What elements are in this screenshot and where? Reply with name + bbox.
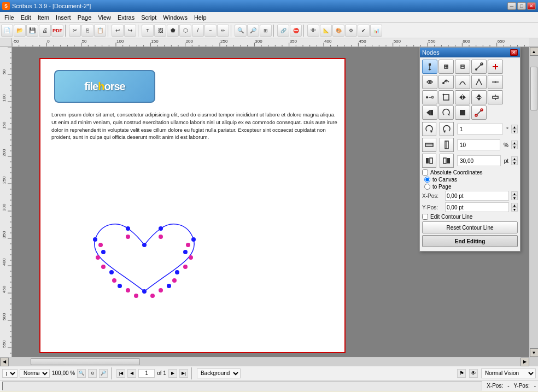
absolute-coords-checkbox[interactable] xyxy=(422,169,428,175)
unit-select[interactable]: pt xyxy=(2,369,17,378)
mirror-h-button[interactable] xyxy=(455,90,470,104)
xpos-field[interactable]: 0,00 pt xyxy=(445,191,509,201)
tb-shape[interactable]: ⬟ xyxy=(167,25,179,37)
scroll-v-thumb[interactable] xyxy=(530,67,537,110)
dist-right-button[interactable] xyxy=(440,154,454,168)
scroll-up-button[interactable]: ▲ xyxy=(530,47,539,56)
xpos-up[interactable]: ▲ xyxy=(511,191,518,196)
tb-zoom-out[interactable]: 🔎 xyxy=(247,25,259,37)
tb-new[interactable]: 📄 xyxy=(1,25,13,37)
ypos-field[interactable]: 0,00 pt xyxy=(445,202,509,212)
asymmetric-node-button[interactable] xyxy=(438,75,454,89)
page-next-btn[interactable]: ▶ xyxy=(168,369,177,378)
tb-save[interactable]: 💾 xyxy=(26,25,38,37)
scale-v-button[interactable] xyxy=(440,138,454,152)
scroll-v-track[interactable] xyxy=(530,56,538,348)
distance-up[interactable]: ▲ xyxy=(511,156,518,161)
scroll-h-thumb[interactable] xyxy=(31,358,140,365)
menu-help[interactable]: Help xyxy=(191,13,210,22)
close-path-button[interactable] xyxy=(438,90,454,104)
tb-link[interactable]: 🔗 xyxy=(277,25,289,37)
tb-zoom-in[interactable]: 🔍 xyxy=(235,25,247,37)
scale-up[interactable]: ▲ xyxy=(511,141,518,145)
curve-node-button[interactable] xyxy=(455,75,470,89)
reset-contour-button[interactable]: Reset Contour Line xyxy=(422,221,518,233)
menu-extras[interactable]: Extras xyxy=(114,13,138,22)
move-node-button[interactable] xyxy=(422,60,437,74)
tb-unlink[interactable]: ⛔ xyxy=(290,25,302,37)
scroll-right-button[interactable]: ▶ xyxy=(521,358,529,366)
extra-button-3[interactable] xyxy=(488,90,503,104)
tb-cut[interactable]: ✂ xyxy=(69,25,81,37)
zoom-out-btn[interactable]: 🔍 xyxy=(77,369,86,378)
tb-eye[interactable]: 👁 xyxy=(307,25,319,37)
tb-paste[interactable]: 📋 xyxy=(94,25,106,37)
extra-button-2[interactable] xyxy=(488,75,503,89)
scroll-down-button[interactable]: ▼ xyxy=(530,348,539,357)
to-start-button[interactable] xyxy=(422,106,437,120)
page-last-btn[interactable]: ▶| xyxy=(179,369,188,378)
symmetric-node-button[interactable] xyxy=(422,75,437,89)
close-button[interactable]: ✕ xyxy=(527,2,536,10)
tb-more2[interactable]: ✔ xyxy=(358,25,370,37)
zoom-orig-btn[interactable]: ⊙ xyxy=(88,369,97,378)
minimize-button[interactable]: ─ xyxy=(507,2,516,10)
menu-insert[interactable]: Insert xyxy=(52,13,74,22)
tb-freehand[interactable]: ✏ xyxy=(217,25,229,37)
tb-bezier[interactable]: ~ xyxy=(204,25,217,37)
rotation-up[interactable]: ▲ xyxy=(511,125,518,129)
rotate-ccw-button[interactable] xyxy=(440,122,454,136)
menu-page[interactable]: Page xyxy=(74,13,95,22)
scroll-left-button[interactable]: ◀ xyxy=(0,358,9,366)
xpos-down[interactable]: ▼ xyxy=(511,196,518,200)
menu-view[interactable]: View xyxy=(95,13,114,22)
tb-text-frame[interactable]: T xyxy=(142,25,154,37)
tb-open[interactable]: 📂 xyxy=(14,25,26,37)
tb-pdf[interactable]: PDF xyxy=(51,25,63,37)
menu-windows[interactable]: Windows xyxy=(160,13,191,22)
reset-path-button[interactable] xyxy=(438,106,454,120)
extra-button-1[interactable] xyxy=(488,60,503,74)
vision-select[interactable]: Normal Vision xyxy=(481,368,536,378)
scroll-h-track[interactable] xyxy=(9,358,521,366)
nodes-close-button[interactable]: ✕ xyxy=(510,49,518,56)
mode-select[interactable]: Normal xyxy=(20,369,50,378)
menu-edit[interactable]: Edit xyxy=(17,13,34,22)
tb-line[interactable]: / xyxy=(192,25,204,37)
ypos-down[interactable]: ▼ xyxy=(511,207,518,212)
ypos-up[interactable]: ▲ xyxy=(511,203,518,207)
move-control-button[interactable] xyxy=(471,60,487,74)
tb-measure[interactable]: 📐 xyxy=(320,25,332,37)
scale-h-button[interactable] xyxy=(422,138,436,152)
end-editing-button[interactable]: End Editing xyxy=(422,235,518,247)
tb-copy[interactable]: ⎘ xyxy=(81,25,93,37)
tb-polygon[interactable]: ⬡ xyxy=(179,25,191,37)
tb-redo[interactable]: ↪ xyxy=(124,25,136,37)
page-number-input[interactable] xyxy=(138,369,155,378)
zoom-in-btn[interactable]: 🔎 xyxy=(99,369,108,378)
tb-image-frame[interactable]: 🖼 xyxy=(154,25,166,37)
page-first-btn[interactable]: |◀ xyxy=(116,369,125,378)
distance-down[interactable]: ▼ xyxy=(511,161,518,165)
edit-contour-checkbox[interactable] xyxy=(422,214,428,220)
reset-ctrl-button[interactable] xyxy=(471,106,487,120)
open-path-button[interactable] xyxy=(422,90,437,104)
page-prev-btn[interactable]: ◀ xyxy=(127,369,136,378)
maximize-button[interactable]: □ xyxy=(517,2,526,10)
to-canvas-radio[interactable] xyxy=(424,177,430,183)
corner-node-button[interactable] xyxy=(471,75,487,89)
tb-more1[interactable]: ⚙ xyxy=(345,25,357,37)
tb-undo[interactable]: ↩ xyxy=(112,25,124,37)
tb-zoom-fit[interactable]: ⊞ xyxy=(260,25,272,37)
rotation-down[interactable]: ▼ xyxy=(511,129,518,133)
remove-node-button[interactable] xyxy=(455,60,470,74)
scale-down[interactable]: ▼ xyxy=(511,145,518,149)
tb-color[interactable]: 🎨 xyxy=(332,25,344,37)
tb-more3[interactable]: 📊 xyxy=(370,25,382,37)
tb-print[interactable]: 🖨 xyxy=(39,25,51,37)
canvas-area[interactable]: filehorse Lorem ipsum dolor sit amet, co… xyxy=(12,47,529,357)
layer-select[interactable]: Background xyxy=(197,368,241,378)
menu-item[interactable]: Item xyxy=(34,13,52,22)
end-path-button[interactable] xyxy=(455,106,470,120)
mirror-v-button[interactable] xyxy=(471,90,487,104)
